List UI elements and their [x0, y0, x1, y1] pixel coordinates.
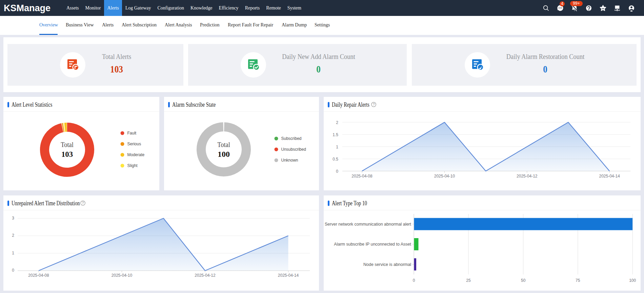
svg-text:?: ?	[373, 103, 375, 106]
svg-text:Unknown: Unknown	[281, 158, 298, 163]
svg-text:Total: Total	[61, 141, 74, 148]
svg-text:1: 1	[12, 251, 14, 255]
svg-text:100: 100	[629, 278, 636, 283]
svg-text:Slight: Slight	[127, 163, 138, 168]
svg-text:2: 2	[12, 233, 14, 238]
svg-text:Subscribed: Subscribed	[281, 136, 302, 141]
svg-text:Total: Total	[217, 141, 230, 148]
svg-text:0: 0	[336, 169, 338, 174]
svg-text:1: 1	[336, 145, 338, 149]
svg-text:25: 25	[466, 278, 471, 283]
svg-text:2025-04-10: 2025-04-10	[434, 174, 455, 179]
svg-text:Unsubscribed: Unsubscribed	[281, 147, 306, 152]
svg-text:2025-04-10: 2025-04-10	[112, 273, 133, 278]
svg-text:75: 75	[576, 278, 580, 283]
svg-text:50: 50	[521, 278, 526, 283]
svg-text:2025-04-08: 2025-04-08	[351, 174, 373, 179]
svg-text:103: 103	[61, 150, 73, 159]
svg-text:Serious: Serious	[127, 142, 141, 146]
svg-text:1.5: 1.5	[333, 132, 338, 137]
svg-text:2025-04-12: 2025-04-12	[517, 174, 538, 179]
svg-text:2025-04-14: 2025-04-14	[599, 174, 620, 179]
svg-text:0: 0	[12, 268, 14, 273]
svg-text:Server network communication a: Server network communication abnormal al…	[325, 222, 411, 227]
svg-text:Moderate: Moderate	[127, 152, 145, 157]
svg-text:Fault: Fault	[127, 131, 137, 135]
svg-text:?: ?	[82, 201, 84, 205]
svg-text:3: 3	[12, 216, 14, 221]
svg-text:2: 2	[336, 120, 338, 125]
svg-text:0: 0	[413, 278, 415, 283]
svg-text:0.5: 0.5	[333, 157, 338, 162]
svg-text:100: 100	[218, 150, 230, 159]
svg-text:2025-04-08: 2025-04-08	[28, 273, 49, 278]
svg-text:Node service is abnormal: Node service is abnormal	[363, 262, 411, 267]
svg-text:2025-04-12: 2025-04-12	[195, 273, 216, 278]
svg-text:Alarm subscribe IP unconnected: Alarm subscribe IP unconnected to Asset	[334, 242, 411, 247]
svg-text:2025-04-14: 2025-04-14	[278, 273, 299, 278]
